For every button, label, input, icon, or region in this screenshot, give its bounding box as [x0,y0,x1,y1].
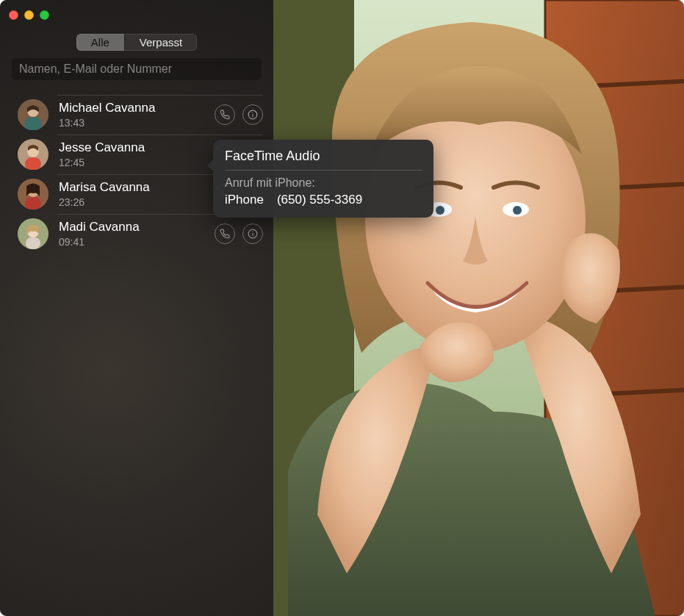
contact-time: 13:43 [59,117,215,129]
contact-name: Michael Cavanna [59,101,215,115]
svg-rect-21 [26,237,40,249]
close-window-button[interactable] [9,10,18,20]
svg-rect-8 [25,157,41,170]
camera-preview-image [273,0,684,616]
popover-device: iPhone [225,193,264,207]
popover-subtitle: Anruf mit iPhone: [225,176,422,190]
search-input[interactable] [12,58,262,80]
facetime-window: Alle Verpasst Michael Cavanna 13:43 [0,0,684,616]
window-titlebar [0,0,273,29]
avatar [18,179,48,209]
list-item[interactable]: Michael Cavanna 13:43 [0,95,273,135]
svg-point-5 [252,112,253,113]
list-item[interactable]: Madi Cavanna 09:41 [0,214,273,254]
contact-time: 09:41 [59,236,215,248]
svg-point-36 [436,206,444,215]
svg-point-24 [252,232,253,232]
video-preview [273,0,684,616]
sidebar: Alle Verpasst Michael Cavanna 13:43 [0,0,273,616]
call-options-popover: FaceTime Audio Anruf mit iPhone: iPhone … [213,140,433,218]
contact-name: Madi Cavanna [59,220,215,234]
svg-rect-15 [25,197,41,209]
avatar [18,218,48,249]
contact-time: 12:45 [59,157,215,168]
avatar [18,99,48,130]
popover-title[interactable]: FaceTime Audio [225,148,422,171]
contact-time: 23:26 [59,196,215,208]
contact-name: Marisa Cavanna [59,180,215,195]
info-icon[interactable] [242,223,263,244]
tab-all[interactable]: Alle [76,34,124,51]
svg-rect-2 [24,117,42,130]
tab-missed[interactable]: Verpasst [124,34,197,51]
contact-name: Jesse Cavanna [59,140,215,155]
maximize-window-button[interactable] [40,10,49,20]
svg-point-37 [513,206,522,215]
call-filter-segmented: Alle Verpasst [0,29,273,58]
phone-icon[interactable] [215,104,235,125]
info-icon[interactable] [242,104,263,125]
minimize-window-button[interactable] [24,10,34,20]
popover-call-option[interactable]: iPhone (650) 555-3369 [225,193,422,207]
popover-number: (650) 555-3369 [277,193,362,207]
avatar [18,139,48,170]
phone-icon[interactable] [215,223,235,244]
